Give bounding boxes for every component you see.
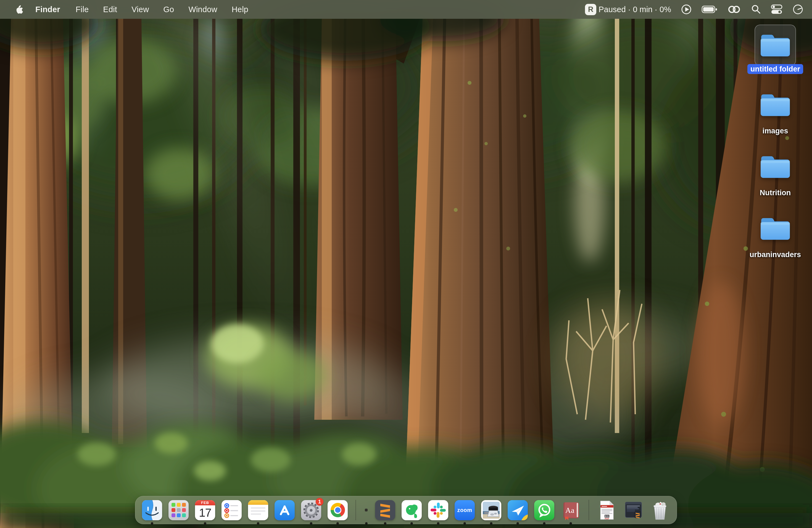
dictionary-glyph: Aa	[565, 506, 575, 514]
dock-app-store[interactable]	[275, 500, 295, 520]
dock-separator	[356, 500, 356, 520]
menu-bar-left: Finder File Edit View Go Window Help	[11, 0, 256, 19]
folder-icon	[759, 153, 792, 180]
running-indicator	[490, 522, 492, 525]
spark-icon	[508, 500, 528, 520]
hidden-app-icon	[365, 509, 367, 511]
calendar-day: 17	[195, 505, 215, 520]
menu-help[interactable]: Help	[224, 0, 256, 19]
dock-separator	[589, 500, 589, 520]
dock-spark[interactable]	[508, 500, 528, 520]
reminders-icon	[221, 500, 242, 520]
running-indicator	[543, 522, 546, 525]
control-center-icon[interactable]	[771, 4, 783, 15]
dock-evernote[interactable]	[402, 500, 422, 520]
folder-label[interactable]: urbaninvaders	[750, 250, 801, 260]
clock-icon[interactable]	[792, 4, 804, 15]
running-indicator	[310, 522, 313, 525]
running-indicator	[517, 522, 519, 525]
search-icon[interactable]	[751, 4, 761, 15]
dock-reminders[interactable]	[221, 500, 242, 520]
running-indicator	[151, 522, 153, 525]
dock-hidden-app[interactable]	[364, 500, 369, 520]
pdf-label: PDF	[605, 517, 609, 520]
running-indicator	[365, 522, 367, 525]
menu-view[interactable]: View	[124, 0, 156, 19]
calendar-icon: FEB 17	[195, 500, 215, 520]
link-icon[interactable]	[727, 4, 741, 14]
dock-launchpad[interactable]	[169, 500, 189, 520]
pdf-document-icon: PDF	[597, 500, 617, 520]
folder-label[interactable]: untitled folder	[748, 64, 803, 74]
sublime-text-icon	[375, 500, 395, 520]
running-indicator	[336, 522, 339, 525]
desktop-folder-nutrition[interactable]: Nutrition	[739, 148, 811, 201]
rescuetime-status-text: Paused · 0 min · 0%	[598, 5, 671, 14]
chrome-icon	[328, 500, 348, 520]
dock-code-file[interactable]	[623, 500, 643, 520]
apple-menu[interactable]	[11, 4, 27, 14]
menu-app-finder[interactable]: Finder	[27, 0, 69, 19]
trash-icon	[650, 500, 670, 520]
whatsapp-icon	[534, 500, 554, 520]
evernote-icon	[402, 500, 422, 520]
dock-trash[interactable]	[650, 500, 670, 520]
running-indicator	[204, 522, 206, 525]
settings-notification-badge: 1	[316, 498, 323, 505]
menu-window[interactable]: Window	[181, 0, 224, 19]
menu-bar-status: R Paused · 0 min · 0%	[585, 0, 804, 19]
menu-bar: Finder File Edit View Go Window Help R P…	[0, 0, 812, 19]
folder-label[interactable]: Nutrition	[760, 188, 791, 198]
dictionary-icon: Aa	[561, 500, 581, 520]
running-indicator	[410, 522, 413, 525]
preview-icon	[481, 500, 501, 520]
folder-icon	[759, 215, 792, 241]
rescuetime-badge-icon: R	[585, 4, 596, 15]
play-circle-icon[interactable]	[681, 4, 692, 15]
dock-zoom[interactable]: zoom	[454, 500, 475, 520]
menu-go[interactable]: Go	[156, 0, 181, 19]
apple-icon	[15, 4, 23, 14]
desktop-folder-untitled[interactable]: untitled folder	[739, 25, 811, 77]
dock-chrome[interactable]	[328, 500, 348, 520]
menu-file[interactable]: File	[69, 0, 96, 19]
app-store-icon	[275, 500, 295, 520]
notes-icon	[248, 500, 268, 520]
slack-icon	[428, 500, 448, 520]
dock: FEB 17	[135, 496, 677, 524]
folder-icon	[759, 91, 792, 118]
desktop-screen: Finder File Edit View Go Window Help R P…	[0, 0, 812, 528]
running-indicator	[384, 522, 387, 525]
zoom-icon: zoom	[454, 500, 475, 520]
dock-calendar[interactable]: FEB 17	[195, 500, 215, 520]
running-indicator	[257, 522, 259, 525]
battery-icon[interactable]	[701, 5, 717, 14]
running-indicator	[463, 522, 466, 525]
dock-sublime-text[interactable]	[375, 500, 395, 520]
dock-finder[interactable]	[142, 500, 162, 520]
forest-wallpaper	[0, 0, 812, 528]
dock-dictionary[interactable]: Aa	[561, 500, 581, 520]
dock-slack[interactable]	[428, 500, 448, 520]
zoom-wordmark: zoom	[457, 507, 472, 513]
launchpad-icon	[169, 500, 189, 520]
dock-pdf-document[interactable]: PDF	[597, 500, 617, 520]
desktop-folder-urbaninvaders[interactable]: urbaninvaders	[739, 210, 811, 263]
dock-notes[interactable]	[248, 500, 268, 520]
folder-icon	[759, 32, 792, 58]
menu-edit[interactable]: Edit	[96, 0, 124, 19]
dock-preview[interactable]	[481, 500, 501, 520]
folder-label[interactable]: images	[762, 126, 788, 136]
code-file-icon	[623, 500, 643, 520]
dock-whatsapp[interactable]	[534, 500, 554, 520]
running-indicator	[569, 522, 572, 525]
calendar-month: FEB	[195, 500, 215, 505]
rescuetime-status[interactable]: R Paused · 0 min · 0%	[585, 4, 671, 15]
dock-system-settings[interactable]: 1	[301, 500, 321, 520]
running-indicator	[437, 522, 439, 525]
finder-icon	[142, 500, 162, 520]
desktop-folder-images[interactable]: images	[739, 86, 811, 139]
